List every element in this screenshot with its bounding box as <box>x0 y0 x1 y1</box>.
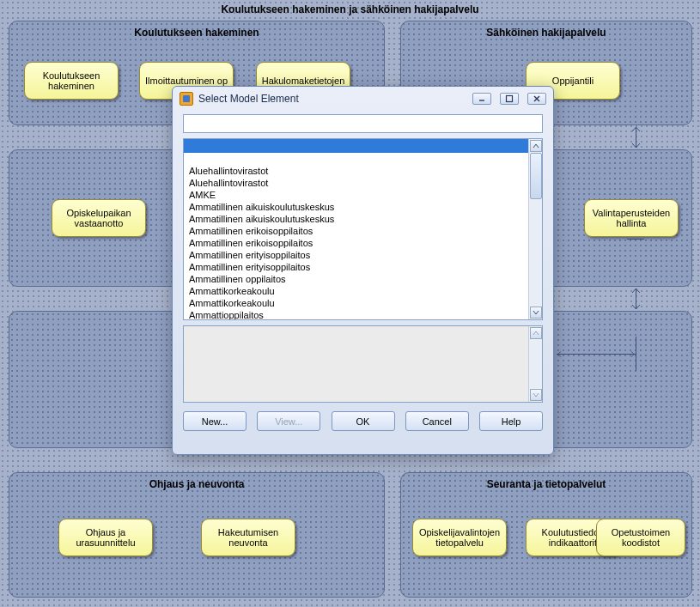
list-item[interactable]: Ammatillinen erityisoppilaitos <box>189 261 537 273</box>
maximize-button[interactable] <box>500 93 519 105</box>
svg-rect-1 <box>507 96 513 102</box>
list-item[interactable]: AMKE <box>189 189 537 201</box>
node-opiskelijavalintojen-tietopalvelu[interactable]: Opiskelijavalintojen tietopalvelu <box>412 519 507 556</box>
list-item[interactable]: Ammatillinen erikoisoppilaitos <box>189 237 537 249</box>
node-opiskelupaikan-vastaanotto[interactable]: Opiskelupaikan vastaanotto <box>52 199 146 237</box>
list-item[interactable]: Ammatillinen oppilaitos <box>189 273 537 285</box>
panel-title: Seuranta ja tietopalvelut <box>401 473 691 492</box>
button-label: New... <box>202 416 228 427</box>
new-button[interactable]: New... <box>183 411 247 431</box>
list-scrollbar[interactable] <box>528 139 542 319</box>
search-input[interactable] <box>183 114 543 133</box>
node-label: Opiskelijavalintojen tietopalvelu <box>418 527 501 548</box>
node-label: Oppijantili <box>552 76 593 86</box>
dimension-arrow <box>636 288 636 309</box>
scroll-thumb[interactable] <box>530 153 542 199</box>
desc-scrollbar[interactable] <box>528 326 542 402</box>
guide-line <box>636 337 636 371</box>
list-item[interactable]: Ammattioppilaitos <box>189 309 537 320</box>
button-label: OK <box>356 416 370 427</box>
node-label: Ohjaus ja urasuunnittelu <box>64 527 147 548</box>
help-button[interactable]: Help <box>479 411 543 431</box>
node-label: Hakulomaketietojen <box>262 76 345 86</box>
dialog-titlebar[interactable]: Select Model Element <box>173 87 553 111</box>
node-label: Hakeutumisen neuvonta <box>207 527 289 548</box>
node-label: Valintaperusteiden hallinta <box>590 208 673 228</box>
ok-button[interactable]: OK <box>332 411 395 431</box>
panel-title: Sähköinen hakijapalvelu <box>401 21 691 40</box>
view-button: View... <box>257 411 320 431</box>
close-button[interactable] <box>527 93 546 105</box>
button-label: Cancel <box>423 416 452 427</box>
node-koulutukseen-hakeminen[interactable]: Koulutukseen hakeminen <box>24 62 119 100</box>
scroll-track[interactable] <box>530 340 542 388</box>
node-opetustoimen-koodistot[interactable]: Opetustoimen koodistot <box>596 519 685 556</box>
cancel-button[interactable]: Cancel <box>405 411 469 431</box>
node-label: Koulutukseen hakeminen <box>30 70 113 91</box>
dialog-title: Select Model Element <box>198 93 464 105</box>
button-label: View... <box>275 416 302 427</box>
panel-title: Ohjaus ja neuvonta <box>9 473 384 492</box>
scroll-down-button[interactable] <box>530 389 542 401</box>
list-item[interactable]: Ammattikorkeakoulu <box>189 285 537 297</box>
description-pane <box>183 325 543 403</box>
scroll-up-button[interactable] <box>530 140 542 152</box>
list-item[interactable]: Ammattikorkeakoulu <box>189 297 537 309</box>
node-ohjaus-ja-urasuunnittelu[interactable]: Ohjaus ja urasuunnittelu <box>58 519 153 556</box>
main-title: Koulutukseen hakeminen ja sähköinen haki… <box>0 0 700 19</box>
node-valintaperusteiden-hallinta[interactable]: Valintaperusteiden hallinta <box>584 199 679 237</box>
element-list[interactable]: AluehallintovirastotAluehallintovirastot… <box>183 138 543 320</box>
diagram-canvas: Koulutukseen hakeminen ja sähköinen haki… <box>0 0 700 607</box>
list-item[interactable]: Ammatillinen erityisoppilaitos <box>189 249 537 261</box>
list-item[interactable]: Ammatillinen aikuiskoulutuskeskus <box>189 201 537 213</box>
node-label: Opetustoimen koodistot <box>602 527 679 548</box>
panel-title: Koulutukseen hakeminen <box>9 21 384 40</box>
list-item[interactable]: Ammatillinen erikoisoppilaitos <box>189 225 537 237</box>
select-model-element-dialog: Select Model Element Aluehallintovirasto… <box>172 86 554 455</box>
dialog-button-row: New... View... OK Cancel Help <box>183 408 543 431</box>
dimension-arrow <box>636 127 636 148</box>
dimension-arrow <box>557 354 636 355</box>
list-item[interactable]: Aluehallintovirastot <box>189 177 537 189</box>
button-label: Help <box>502 416 521 427</box>
guide-line <box>627 239 644 240</box>
list-item[interactable]: Aluehallintovirastot <box>189 165 537 177</box>
node-label: Opiskelupaikan vastaanotto <box>58 208 140 228</box>
app-icon <box>180 92 193 106</box>
list-item[interactable]: Ammatillinen aikuiskoulutuskeskus <box>189 213 537 225</box>
minimize-button[interactable] <box>472 93 491 105</box>
node-label: Ilmoittautuminen op <box>145 76 228 86</box>
node-hakeutumisen-neuvonta[interactable]: Hakeutumisen neuvonta <box>201 519 295 556</box>
list-selected-row[interactable] <box>184 139 542 153</box>
scroll-up-button[interactable] <box>530 327 542 339</box>
scroll-track[interactable] <box>530 153 542 306</box>
scroll-down-button[interactable] <box>530 307 542 319</box>
